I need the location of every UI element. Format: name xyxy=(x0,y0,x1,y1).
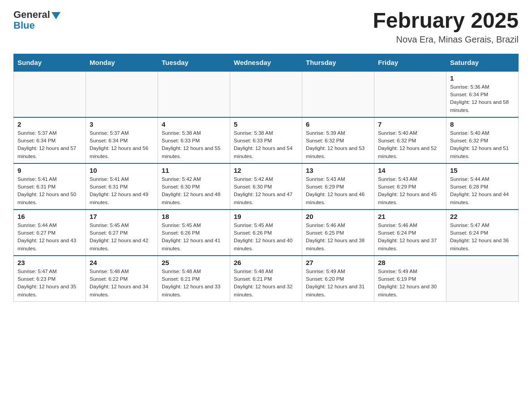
day-number: 16 xyxy=(17,213,82,220)
day-number: 1 xyxy=(450,74,515,82)
calendar-cell: 26Sunrise: 5:48 AMSunset: 6:21 PMDayligh… xyxy=(230,256,302,302)
logo: General Blue xyxy=(13,9,60,31)
calendar-cell xyxy=(14,71,86,117)
day-info: Sunrise: 5:41 AMSunset: 6:31 PMDaylight:… xyxy=(90,176,154,206)
day-info: Sunrise: 5:42 AMSunset: 6:30 PMDaylight:… xyxy=(162,176,226,206)
day-info: Sunrise: 5:45 AMSunset: 6:26 PMDaylight:… xyxy=(162,222,226,253)
calendar-cell: 14Sunrise: 5:43 AMSunset: 6:29 PMDayligh… xyxy=(374,163,446,210)
day-number: 26 xyxy=(234,259,298,266)
day-number: 25 xyxy=(162,259,226,266)
day-number: 4 xyxy=(162,120,226,128)
calendar-cell: 25Sunrise: 5:48 AMSunset: 6:21 PMDayligh… xyxy=(158,256,230,302)
page-header: General Blue February 2025 Nova Era, Min… xyxy=(13,9,519,45)
calendar-cell: 6Sunrise: 5:39 AMSunset: 6:32 PMDaylight… xyxy=(302,117,374,163)
calendar-cell: 22Sunrise: 5:47 AMSunset: 6:24 PMDayligh… xyxy=(446,210,519,256)
location-subtitle: Nova Era, Minas Gerais, Brazil xyxy=(373,34,519,45)
calendar-cell: 16Sunrise: 5:44 AMSunset: 6:27 PMDayligh… xyxy=(14,210,86,256)
day-info: Sunrise: 5:47 AMSunset: 6:24 PMDaylight:… xyxy=(450,222,515,253)
day-info: Sunrise: 5:48 AMSunset: 6:21 PMDaylight:… xyxy=(234,268,298,299)
day-info: Sunrise: 5:37 AMSunset: 6:34 PMDaylight:… xyxy=(17,129,82,160)
calendar-cell: 21Sunrise: 5:46 AMSunset: 6:24 PMDayligh… xyxy=(374,210,446,256)
calendar-cell: 8Sunrise: 5:40 AMSunset: 6:32 PMDaylight… xyxy=(446,117,519,163)
day-info: Sunrise: 5:48 AMSunset: 6:21 PMDaylight:… xyxy=(162,268,226,299)
calendar-week-row: 9Sunrise: 5:41 AMSunset: 6:31 PMDaylight… xyxy=(14,163,519,210)
weekday-header-monday: Monday xyxy=(86,54,158,71)
logo-blue-text: Blue xyxy=(13,20,35,31)
day-number: 2 xyxy=(17,120,82,128)
calendar-cell xyxy=(230,71,302,117)
day-info: Sunrise: 5:46 AMSunset: 6:25 PMDaylight:… xyxy=(306,222,370,253)
calendar-header-row: SundayMondayTuesdayWednesdayThursdayFrid… xyxy=(14,54,519,71)
calendar-cell: 10Sunrise: 5:41 AMSunset: 6:31 PMDayligh… xyxy=(86,163,158,210)
calendar-table: SundayMondayTuesdayWednesdayThursdayFrid… xyxy=(13,54,519,302)
day-number: 27 xyxy=(306,259,370,266)
day-number: 6 xyxy=(306,120,370,128)
calendar-cell: 4Sunrise: 5:38 AMSunset: 6:33 PMDaylight… xyxy=(158,117,230,163)
calendar-cell: 13Sunrise: 5:43 AMSunset: 6:29 PMDayligh… xyxy=(302,163,374,210)
calendar-cell: 5Sunrise: 5:38 AMSunset: 6:33 PMDaylight… xyxy=(230,117,302,163)
day-info: Sunrise: 5:48 AMSunset: 6:22 PMDaylight:… xyxy=(90,268,154,299)
weekday-header-sunday: Sunday xyxy=(14,54,86,71)
calendar-cell: 28Sunrise: 5:49 AMSunset: 6:19 PMDayligh… xyxy=(374,256,446,302)
day-info: Sunrise: 5:44 AMSunset: 6:27 PMDaylight:… xyxy=(17,222,82,253)
calendar-cell: 15Sunrise: 5:44 AMSunset: 6:28 PMDayligh… xyxy=(446,163,519,210)
day-number: 8 xyxy=(450,120,515,128)
day-number: 23 xyxy=(17,259,82,266)
calendar-cell: 2Sunrise: 5:37 AMSunset: 6:34 PMDaylight… xyxy=(14,117,86,163)
calendar-cell: 20Sunrise: 5:46 AMSunset: 6:25 PMDayligh… xyxy=(302,210,374,256)
day-number: 22 xyxy=(450,213,515,220)
day-info: Sunrise: 5:43 AMSunset: 6:29 PMDaylight:… xyxy=(306,176,370,206)
calendar-week-row: 1Sunrise: 5:36 AMSunset: 6:34 PMDaylight… xyxy=(14,71,519,117)
calendar-cell xyxy=(302,71,374,117)
calendar-week-row: 2Sunrise: 5:37 AMSunset: 6:34 PMDaylight… xyxy=(14,117,519,163)
calendar-cell: 24Sunrise: 5:48 AMSunset: 6:22 PMDayligh… xyxy=(86,256,158,302)
day-info: Sunrise: 5:40 AMSunset: 6:32 PMDaylight:… xyxy=(378,129,442,160)
day-number: 10 xyxy=(90,167,154,174)
day-number: 21 xyxy=(378,213,442,220)
weekday-header-thursday: Thursday xyxy=(302,54,374,71)
calendar-cell: 11Sunrise: 5:42 AMSunset: 6:30 PMDayligh… xyxy=(158,163,230,210)
calendar-cell: 12Sunrise: 5:42 AMSunset: 6:30 PMDayligh… xyxy=(230,163,302,210)
calendar-cell xyxy=(374,71,446,117)
calendar-cell: 23Sunrise: 5:47 AMSunset: 6:23 PMDayligh… xyxy=(14,256,86,302)
weekday-header-tuesday: Tuesday xyxy=(158,54,230,71)
day-info: Sunrise: 5:42 AMSunset: 6:30 PMDaylight:… xyxy=(234,176,298,206)
calendar-cell: 7Sunrise: 5:40 AMSunset: 6:32 PMDaylight… xyxy=(374,117,446,163)
calendar-cell: 1Sunrise: 5:36 AMSunset: 6:34 PMDaylight… xyxy=(446,71,519,117)
day-info: Sunrise: 5:47 AMSunset: 6:23 PMDaylight:… xyxy=(17,268,82,299)
calendar-cell xyxy=(446,256,519,302)
calendar-cell: 18Sunrise: 5:45 AMSunset: 6:26 PMDayligh… xyxy=(158,210,230,256)
day-number: 12 xyxy=(234,167,298,174)
day-info: Sunrise: 5:49 AMSunset: 6:19 PMDaylight:… xyxy=(378,268,442,299)
day-number: 14 xyxy=(378,167,442,174)
day-info: Sunrise: 5:36 AMSunset: 6:34 PMDaylight:… xyxy=(450,83,515,114)
day-number: 3 xyxy=(90,120,154,128)
weekday-header-friday: Friday xyxy=(374,54,446,71)
day-info: Sunrise: 5:46 AMSunset: 6:24 PMDaylight:… xyxy=(378,222,442,253)
day-number: 28 xyxy=(378,259,442,266)
month-title: February 2025 xyxy=(373,9,519,33)
day-info: Sunrise: 5:41 AMSunset: 6:31 PMDaylight:… xyxy=(17,176,82,206)
day-number: 13 xyxy=(306,167,370,174)
day-number: 17 xyxy=(90,213,154,220)
day-info: Sunrise: 5:45 AMSunset: 6:26 PMDaylight:… xyxy=(234,222,298,253)
logo-triangle-icon xyxy=(51,12,60,19)
day-info: Sunrise: 5:38 AMSunset: 6:33 PMDaylight:… xyxy=(234,129,298,160)
day-number: 19 xyxy=(234,213,298,220)
calendar-cell: 19Sunrise: 5:45 AMSunset: 6:26 PMDayligh… xyxy=(230,210,302,256)
day-info: Sunrise: 5:45 AMSunset: 6:27 PMDaylight:… xyxy=(90,222,154,253)
calendar-week-row: 23Sunrise: 5:47 AMSunset: 6:23 PMDayligh… xyxy=(14,256,519,302)
calendar-cell xyxy=(158,71,230,117)
calendar-cell: 27Sunrise: 5:49 AMSunset: 6:20 PMDayligh… xyxy=(302,256,374,302)
day-info: Sunrise: 5:49 AMSunset: 6:20 PMDaylight:… xyxy=(306,268,370,299)
calendar-cell xyxy=(86,71,158,117)
day-info: Sunrise: 5:40 AMSunset: 6:32 PMDaylight:… xyxy=(450,129,515,160)
day-number: 11 xyxy=(162,167,226,174)
day-info: Sunrise: 5:43 AMSunset: 6:29 PMDaylight:… xyxy=(378,176,442,206)
day-number: 7 xyxy=(378,120,442,128)
weekday-header-wednesday: Wednesday xyxy=(230,54,302,71)
logo-general-text: General xyxy=(13,9,50,21)
day-number: 20 xyxy=(306,213,370,220)
calendar-cell: 9Sunrise: 5:41 AMSunset: 6:31 PMDaylight… xyxy=(14,163,86,210)
calendar-week-row: 16Sunrise: 5:44 AMSunset: 6:27 PMDayligh… xyxy=(14,210,519,256)
